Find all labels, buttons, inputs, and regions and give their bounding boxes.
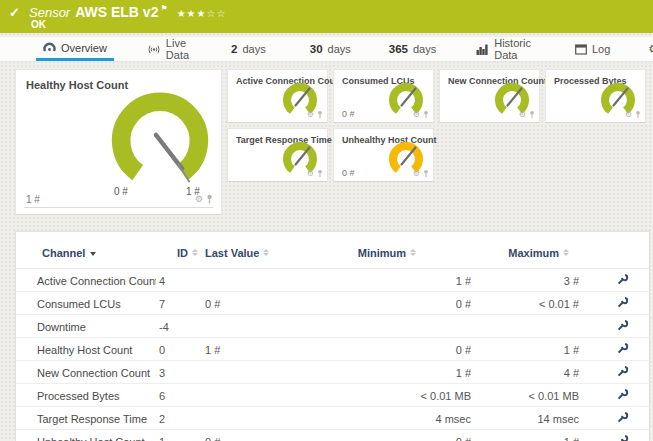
gauge-tile-target-response-time: Target Response Time ⚙: [227, 128, 328, 182]
cell-last-value: 1 #: [201, 338, 311, 361]
gauge-scale-min: 0 #: [114, 186, 128, 197]
table-row: Unhealthy Host Count 1 0 # 0 # 1 #: [16, 430, 651, 441]
cell-minimum: 0 #: [311, 338, 471, 361]
tab-label: days: [242, 43, 265, 55]
sensor-status-text: OK: [31, 19, 46, 30]
tab-settings[interactable]: ⚙ Settings: [641, 37, 653, 61]
table-row: New Connection Count 3 1 # 4 #: [16, 361, 651, 384]
sort-desc-icon: [90, 252, 96, 256]
sort-icon: [563, 249, 569, 257]
cell-last-value: [201, 384, 311, 407]
cell-actions: [579, 361, 651, 384]
channel-settings-icon[interactable]: [617, 320, 629, 331]
pin-icon[interactable]: [635, 110, 641, 119]
tile-tools: ⚙: [519, 110, 535, 119]
priority-flag-icon[interactable]: ⚑: [160, 4, 167, 13]
gauge-tile-unhealthy-host-count: Unhealthy Host Count 0 # ⚙: [333, 128, 434, 182]
cell-channel[interactable]: New Connection Count: [16, 361, 156, 384]
tab-log[interactable]: Log: [568, 37, 617, 61]
cell-maximum: < 0.01 MB: [471, 384, 579, 407]
tile-settings-icon[interactable]: ⚙: [413, 111, 420, 119]
table-row: Processed Bytes 6 < 0.01 MB < 0.01 MB: [16, 384, 651, 407]
cell-minimum: 0 #: [311, 430, 471, 441]
channel-settings-icon[interactable]: [617, 297, 629, 308]
cell-channel[interactable]: Unhealthy Host Count: [16, 430, 156, 441]
tile-tools: ⚙: [307, 169, 323, 178]
col-header-channel[interactable]: Channel: [16, 232, 156, 269]
sensor-status-header: ✓ SensorAWS ELB v2⚑★★★☆☆ OK: [0, 0, 653, 33]
cell-channel[interactable]: Target Response Time: [16, 407, 156, 430]
channel-settings-icon[interactable]: [617, 389, 629, 400]
tile-settings-icon[interactable]: ⚙: [519, 111, 526, 119]
col-header-last-value[interactable]: Last Value: [201, 232, 311, 269]
cell-channel[interactable]: Active Connection Count: [16, 269, 156, 292]
cell-minimum: < 0.01 MB: [311, 384, 471, 407]
sensor-title-line: SensorAWS ELB v2⚑★★★☆☆: [29, 3, 226, 21]
col-header-id[interactable]: ID: [156, 232, 201, 269]
cell-actions: [579, 407, 651, 430]
cell-actions: [579, 315, 651, 338]
tab-overview[interactable]: Overview: [36, 37, 114, 61]
cell-minimum: 4 msec: [311, 407, 471, 430]
pin-icon[interactable]: [423, 169, 429, 178]
tile-settings-icon[interactable]: ⚙: [307, 170, 314, 178]
channel-settings-icon[interactable]: [617, 435, 629, 441]
tile-settings-icon[interactable]: ⚙: [413, 170, 420, 178]
cell-last-value: 0 #: [201, 430, 311, 441]
gauges-dashboard: Healthy Host Count 0 # 1 # 1 # ⚙ Ac: [15, 69, 648, 215]
cell-maximum: 4 #: [471, 361, 579, 384]
cell-minimum: 1 #: [311, 269, 471, 292]
tab-live-data[interactable]: Live Data: [140, 37, 196, 61]
cell-channel[interactable]: Processed Bytes: [16, 384, 156, 407]
channel-settings-icon[interactable]: [617, 343, 629, 354]
gauge-current-value: 0 #: [342, 109, 355, 119]
col-header-minimum[interactable]: Minimum: [311, 232, 471, 269]
gauge-tile-processed-bytes: Processed Bytes ⚙: [545, 69, 646, 123]
pin-icon[interactable]: [317, 169, 323, 178]
gauge-tile-consumed-lcus: Consumed LCUs 0 # ⚙: [333, 69, 434, 123]
tab-365-days[interactable]: 365 days: [382, 37, 443, 61]
cell-id: 0: [156, 338, 201, 361]
pin-icon[interactable]: [423, 110, 429, 119]
tab-30-days[interactable]: 30 days: [303, 37, 358, 61]
tab-2-days[interactable]: 2 days: [224, 37, 273, 61]
channel-settings-icon[interactable]: [617, 412, 629, 423]
channel-settings-icon[interactable]: [617, 366, 629, 377]
gauge-tile-healthy-host-count: Healthy Host Count 0 # 1 # 1 # ⚙: [15, 69, 222, 215]
tile-tools: ⚙: [195, 194, 213, 204]
pin-icon[interactable]: [317, 110, 323, 119]
cell-channel[interactable]: Consumed LCUs: [16, 292, 156, 315]
channels-table-panel: Channel ID Last Value Minimum Maximum Ac…: [15, 231, 650, 441]
tile-settings-icon[interactable]: ⚙: [307, 111, 314, 119]
pin-icon[interactable]: [529, 110, 535, 119]
tab-historic-data[interactable]: Historic Data: [469, 37, 538, 61]
col-header-maximum[interactable]: Maximum: [471, 232, 579, 269]
cell-channel[interactable]: Healthy Host Count: [16, 338, 156, 361]
priority-stars[interactable]: ★★★☆☆: [177, 8, 227, 19]
bar-chart-icon: [476, 44, 489, 55]
cell-maximum: 3 #: [471, 269, 579, 292]
cell-actions: [579, 292, 651, 315]
cell-id: 4: [156, 269, 201, 292]
tab-bar: Overview Live Data 2 days 30 days 365 da…: [0, 37, 653, 62]
cell-id: 1: [156, 430, 201, 441]
table-row: Consumed LCUs 7 0 # 0 # < 0.01 #: [16, 292, 651, 315]
cell-id: -4: [156, 315, 201, 338]
col-header-actions: [579, 232, 651, 269]
tile-settings-icon[interactable]: ⚙: [195, 195, 203, 204]
cell-channel[interactable]: Downtime: [16, 315, 156, 338]
tab-label: Live Data: [166, 37, 189, 61]
sort-icon: [410, 249, 416, 257]
cell-actions: [579, 430, 651, 441]
cell-minimum: 0 #: [311, 292, 471, 315]
pin-icon[interactable]: [206, 194, 213, 204]
tile-settings-icon[interactable]: ⚙: [625, 111, 632, 119]
cell-maximum: < 0.01 #: [471, 292, 579, 315]
sort-icon: [192, 249, 198, 257]
channel-settings-icon[interactable]: [617, 274, 629, 285]
cell-id: 2: [156, 407, 201, 430]
small-gauges-grid: Active Connection Count ⚙ Consumed LCUs: [227, 69, 646, 215]
gauge-current-value: 0 #: [342, 168, 355, 178]
tab-label: Historic Data: [494, 37, 531, 61]
table-row: Healthy Host Count 0 1 # 0 # 1 #: [16, 338, 651, 361]
